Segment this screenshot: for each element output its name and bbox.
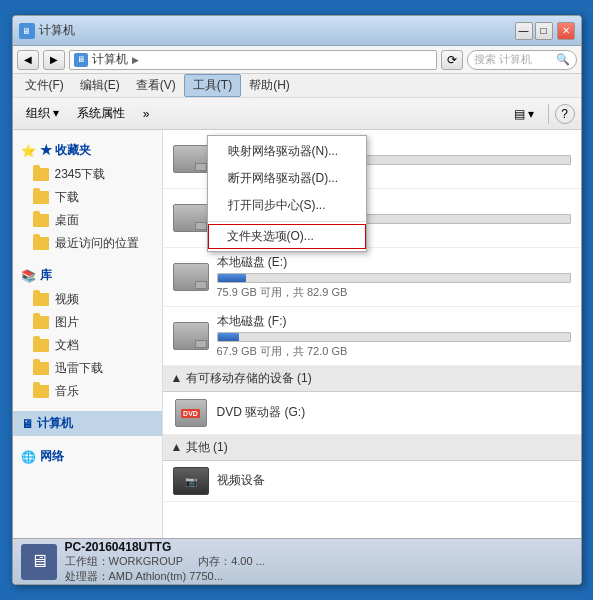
computer-icon: 🖥	[21, 417, 33, 431]
dvd-info: DVD 驱动器 (G:)	[217, 404, 571, 423]
forward-button[interactable]: ▶	[43, 50, 65, 70]
library-label: 库	[40, 267, 52, 284]
disk-f-bar-fill	[218, 333, 239, 341]
disk-e-item[interactable]: 本地磁盘 (E:) 75.9 GB 可用，共 82.9 GB	[163, 248, 581, 307]
sidebar-item-xunlei[interactable]: 迅雷下载	[13, 357, 162, 380]
sidebar-item-video[interactable]: 视频	[13, 288, 162, 311]
close-button[interactable]: ✕	[557, 22, 575, 40]
sidebar-item-desktop[interactable]: 桌面	[13, 209, 162, 232]
dvd-name: DVD 驱动器 (G:)	[217, 404, 571, 421]
status-info: PC-20160418UTTG 工作组：WORKGROUP 内存：4.00 ..…	[65, 540, 573, 584]
statusbar: 🖥 PC-20160418UTTG 工作组：WORKGROUP 内存：4.00 …	[13, 538, 581, 584]
sidebar-item-documents[interactable]: 文档	[13, 334, 162, 357]
more-button[interactable]: »	[136, 103, 157, 125]
help-button[interactable]: ?	[555, 104, 575, 124]
menubar: 文件(F) 编辑(E) 查看(V) 工具(T) 帮助(H)	[13, 74, 581, 98]
sidebar-item-recent[interactable]: 最近访问的位置	[13, 232, 162, 255]
other-section-header[interactable]: ▲ 其他 (1)	[163, 435, 581, 461]
disk-f-icon	[173, 322, 209, 350]
search-box[interactable]: 搜索 计算机 🔍	[467, 50, 577, 70]
status-computer-name: PC-20160418UTTG	[65, 540, 573, 554]
network-icon: 🌐	[21, 450, 36, 464]
sidebar-item-2345[interactable]: 2345下载	[13, 163, 162, 186]
menu-edit[interactable]: 编辑(E)	[72, 75, 128, 96]
disk-e-icon	[173, 263, 209, 291]
addressbar: ◀ ▶ 🖥 计算机 ▶ ⟳ 搜索 计算机 🔍	[13, 46, 581, 74]
network-header[interactable]: 🌐 网络	[13, 444, 162, 469]
address-computer: 计算机	[92, 51, 128, 68]
menu-help[interactable]: 帮助(H)	[241, 75, 298, 96]
disk-e-bar-bg	[217, 273, 571, 283]
menu-map-drive[interactable]: 映射网络驱动器(N)...	[208, 138, 366, 165]
video-device-icon: 📷	[173, 467, 209, 495]
video-device-item[interactable]: 📷 视频设备	[163, 461, 581, 502]
disk-f-name: 本地磁盘 (F:)	[217, 313, 571, 330]
library-header[interactable]: 📚 库	[13, 263, 162, 288]
window-icon: 🖥	[19, 23, 35, 39]
sidebar-item-label: 图片	[55, 314, 79, 331]
menu-file[interactable]: 文件(F)	[17, 75, 72, 96]
video-device-name: 视频设备	[217, 472, 571, 489]
star-icon: ⭐	[21, 144, 36, 158]
disk-d-icon	[173, 204, 209, 232]
disk-f-bar-bg	[217, 332, 571, 342]
folder-icon	[33, 191, 49, 204]
refresh-button[interactable]: ⟳	[441, 50, 463, 70]
address-box[interactable]: 🖥 计算机 ▶	[69, 50, 437, 70]
view-button[interactable]: ▤ ▾	[507, 103, 541, 125]
window-title: 计算机	[39, 22, 75, 39]
search-icon[interactable]: 🔍	[556, 53, 570, 66]
sidebar-item-music[interactable]: 音乐	[13, 380, 162, 403]
dvd-drive-item[interactable]: DVD DVD 驱动器 (G:)	[163, 392, 581, 435]
disk-f-info: 本地磁盘 (F:) 67.9 GB 可用，共 72.0 GB	[217, 313, 571, 359]
view-label: ▤ ▾	[514, 107, 534, 121]
menu-sync-center[interactable]: 打开同步中心(S)...	[208, 192, 366, 219]
folder-icon	[33, 293, 49, 306]
toolbar: 组织 ▾ 系统属性 » ▤ ▾ ?	[13, 98, 581, 130]
address-icon: 🖥	[74, 53, 88, 67]
organize-button[interactable]: 组织 ▾	[19, 101, 66, 126]
disk-e-size: 75.9 GB 可用，共 82.9 GB	[217, 285, 571, 300]
folder-icon	[33, 362, 49, 375]
sidebar-item-pictures[interactable]: 图片	[13, 311, 162, 334]
sidebar-item-label: 文档	[55, 337, 79, 354]
sidebar-item-label: 视频	[55, 291, 79, 308]
removable-header-text: ▲ 有可移动存储的设备 (1)	[171, 370, 312, 387]
titlebar-left: 🖥 计算机	[19, 22, 515, 39]
favorites-label: ★ 收藏夹	[40, 142, 91, 159]
disk-e-name: 本地磁盘 (E:)	[217, 254, 571, 271]
maximize-button[interactable]: □	[535, 22, 553, 40]
disk-f-item[interactable]: 本地磁盘 (F:) 67.9 GB 可用，共 72.0 GB	[163, 307, 581, 366]
sysinfo-button[interactable]: 系统属性	[70, 101, 132, 126]
titlebar: 🖥 计算机 — □ ✕	[13, 16, 581, 46]
favorites-section: ⭐ ★ 收藏夹 2345下载 下载 桌面	[13, 138, 162, 255]
sidebar: ⭐ ★ 收藏夹 2345下载 下载 桌面	[13, 130, 163, 538]
folder-icon	[33, 339, 49, 352]
menu-tools[interactable]: 工具(T)	[184, 74, 241, 97]
library-icon: 📚	[21, 269, 36, 283]
library-section: 📚 库 视频 图片 文档	[13, 263, 162, 403]
sidebar-item-label: 迅雷下载	[55, 360, 103, 377]
removable-section-header[interactable]: ▲ 有可移动存储的设备 (1)	[163, 366, 581, 392]
sidebar-item-label: 桌面	[55, 212, 79, 229]
folder-icon	[33, 316, 49, 329]
sysinfo-label: 系统属性	[77, 105, 125, 122]
status-workgroup: 工作组：WORKGROUP 内存：4.00 ...	[65, 554, 573, 569]
dvd-icon: DVD	[173, 398, 209, 428]
organize-label: 组织 ▾	[26, 105, 59, 122]
favorites-header[interactable]: ⭐ ★ 收藏夹	[13, 138, 162, 163]
back-button[interactable]: ◀	[17, 50, 39, 70]
disk-c-icon	[173, 145, 209, 173]
more-label: »	[143, 107, 150, 121]
sidebar-item-download[interactable]: 下载	[13, 186, 162, 209]
menu-view[interactable]: 查看(V)	[128, 75, 184, 96]
computer-label: 计算机	[37, 415, 73, 432]
minimize-button[interactable]: —	[515, 22, 533, 40]
menu-folder-options[interactable]: 文件夹选项(O)...	[208, 224, 366, 249]
network-section: 🌐 网络	[13, 444, 162, 469]
status-processor: 处理器：AMD Athlon(tm) 7750...	[65, 569, 573, 584]
search-placeholder: 搜索 计算机	[474, 52, 552, 67]
menu-disconnect-drive[interactable]: 断开网络驱动器(D)...	[208, 165, 366, 192]
tools-menu: 映射网络驱动器(N)... 断开网络驱动器(D)... 打开同步中心(S)...…	[207, 135, 367, 252]
computer-header[interactable]: 🖥 计算机	[13, 411, 162, 436]
